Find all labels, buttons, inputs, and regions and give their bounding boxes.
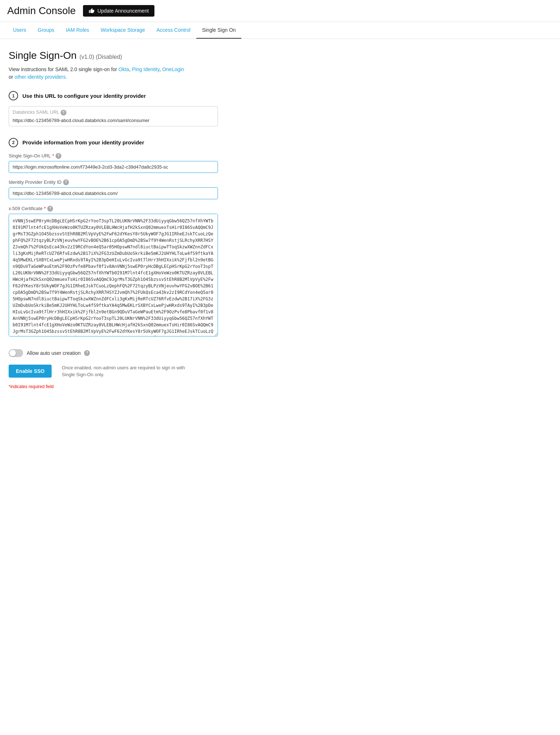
- sso-url-group: Single Sign-On URL * ?: [9, 153, 280, 173]
- step-1: 1 Use this URL to configure your identit…: [9, 91, 280, 126]
- saml-url-placeholder: Databricks SAML URL ?: [13, 109, 214, 116]
- toggle-label: Allow auto user creation: [27, 350, 80, 356]
- cert-label: x.509 Certificate * ?: [9, 206, 280, 212]
- page-title: Single Sign-On (v1.0) (Disabled): [9, 50, 280, 61]
- update-announcement-label: Update Announcement: [97, 8, 149, 14]
- required-note: *indicates required field: [9, 384, 280, 389]
- main-content: Single Sign-On (v1.0) (Disabled) View in…: [0, 39, 289, 400]
- cert-textarea[interactable]: nVNNj5swEP0ryHcDBgLECpHSrKpG2rYooT3spTL2…: [9, 214, 218, 336]
- onelogin-link[interactable]: OneLogin: [162, 66, 184, 72]
- saml-url-help-icon[interactable]: ?: [61, 110, 66, 116]
- saml-url-box: Databricks SAML URL ? https://dbc-123456…: [9, 106, 218, 126]
- entity-id-label: Identity Provider Entity ID ?: [9, 179, 280, 185]
- okta-link[interactable]: Okta: [118, 66, 129, 72]
- entity-id-input[interactable]: [9, 187, 218, 199]
- step-1-header: 1 Use this URL to configure your identit…: [9, 91, 280, 100]
- toggle-help-icon[interactable]: ?: [84, 350, 90, 356]
- auto-user-creation-toggle[interactable]: [9, 349, 23, 357]
- ping-identity-link[interactable]: Ping Identity: [132, 66, 159, 72]
- enable-sso-button[interactable]: Enable SSO: [9, 365, 52, 378]
- app-title: Admin Console: [7, 5, 76, 17]
- step-1-title: Use this URL to configure your identity …: [22, 93, 146, 99]
- step-2: 2 Provide information from your identity…: [9, 138, 280, 338]
- other-providers-link[interactable]: other identity providers.: [14, 74, 67, 80]
- enable-sso-desc: Once enabled, non-admin users are requir…: [62, 364, 185, 378]
- step-2-number: 2: [9, 138, 18, 147]
- enable-sso-row: Enable SSO Once enabled, non-admin users…: [9, 364, 280, 378]
- entity-id-group: Identity Provider Entity ID ?: [9, 179, 280, 199]
- header: Admin Console Update Announcement: [0, 0, 560, 22]
- sso-url-label: Single Sign-On URL * ?: [9, 153, 280, 159]
- saml-url-value: https://dbc-123456789-abcd.cloud.databri…: [13, 118, 214, 123]
- step-1-number: 1: [9, 91, 18, 100]
- entity-id-help-icon[interactable]: ?: [63, 179, 69, 185]
- step-2-header: 2 Provide information from your identity…: [9, 138, 280, 147]
- nav-item-sso[interactable]: Single Sign On: [196, 22, 241, 39]
- step-2-title: Provide information from your identity p…: [22, 139, 144, 145]
- cert-required: *: [44, 206, 46, 211]
- auto-user-creation-row: Allow auto user creation ?: [9, 349, 280, 357]
- sso-url-help-icon[interactable]: ?: [56, 153, 61, 159]
- thumbs-up-icon: [89, 8, 95, 14]
- page-subtitle: (v1.0) (Disabled): [79, 54, 122, 60]
- nav-item-iam-roles[interactable]: IAM Roles: [60, 22, 95, 39]
- sso-url-input[interactable]: [9, 161, 218, 173]
- nav-bar: Users Groups IAM Roles Workspace Storage…: [0, 22, 560, 39]
- nav-item-users[interactable]: Users: [7, 22, 32, 39]
- sso-url-required: *: [52, 153, 54, 158]
- cert-group: x.509 Certificate * ? nVNNj5swEP0ryHcDBg…: [9, 206, 280, 338]
- nav-item-access-control[interactable]: Access Control: [151, 22, 196, 39]
- nav-item-workspace-storage[interactable]: Workspace Storage: [95, 22, 151, 39]
- nav-item-groups[interactable]: Groups: [32, 22, 60, 39]
- update-announcement-button[interactable]: Update Announcement: [83, 5, 154, 17]
- cert-help-icon[interactable]: ?: [47, 206, 53, 212]
- toggle-knob: [9, 350, 16, 356]
- intro-text: View instructions for SAML 2.0 single si…: [9, 66, 280, 81]
